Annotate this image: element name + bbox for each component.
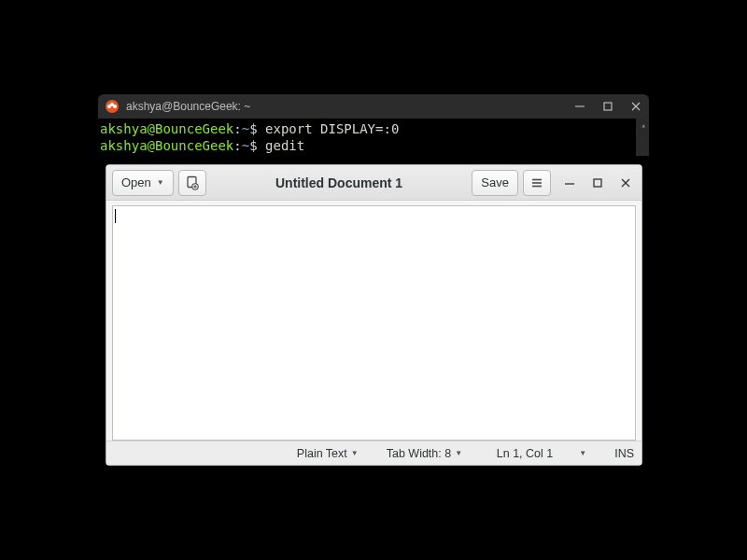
tab-width-selector[interactable]: Tab Width: 8 ▼ (381, 447, 468, 460)
minimize-icon[interactable] (563, 176, 576, 189)
insert-mode-label[interactable]: INS (614, 447, 634, 460)
document-title: Untitled Document 1 (211, 175, 468, 190)
close-icon[interactable] (630, 101, 641, 112)
text-cursor (115, 209, 116, 223)
terminal-line: akshya@BounceGeek:~$ export DISPLAY=:0 (98, 120, 649, 137)
chevron-down-icon[interactable]: ▼ (579, 449, 586, 457)
new-document-icon (185, 175, 200, 190)
terminal-line: akshya@BounceGeek:~$ gedit (98, 137, 649, 154)
terminal-window-controls (574, 101, 641, 112)
gedit-window: Open ▼ Untitled Document 1 Save (106, 164, 642, 466)
open-button-label: Open (121, 175, 151, 189)
terminal-window: akshya@BounceGeek: ~ akshya@BounceGeek:~… (98, 94, 649, 158)
scroll-up-icon[interactable]: ▴ (641, 120, 646, 132)
minimize-icon[interactable] (574, 101, 585, 112)
syntax-selector[interactable]: Plain Text ▼ (291, 447, 364, 460)
line-col-indicator[interactable]: Ln 1, Col 1 (491, 447, 558, 460)
gedit-headerbar: Open ▼ Untitled Document 1 Save (106, 165, 641, 201)
hamburger-icon (530, 176, 543, 189)
terminal-title: akshya@BounceGeek: ~ (126, 100, 574, 113)
save-button[interactable]: Save (472, 170, 518, 196)
open-button[interactable]: Open ▼ (112, 170, 174, 196)
hamburger-menu-button[interactable] (523, 170, 551, 196)
chevron-down-icon: ▼ (351, 449, 359, 457)
chevron-down-icon: ▼ (157, 178, 164, 187)
new-document-button[interactable] (178, 170, 206, 196)
chevron-down-icon: ▼ (455, 449, 462, 457)
terminal-titlebar[interactable]: akshya@BounceGeek: ~ (98, 94, 649, 119)
close-icon[interactable] (619, 176, 632, 189)
editor-area[interactable] (112, 205, 636, 441)
terminal-scrollbar[interactable]: ▴ (636, 119, 649, 156)
svg-rect-1 (604, 103, 612, 110)
save-button-label: Save (481, 175, 509, 189)
syntax-label: Plain Text (297, 447, 347, 460)
svg-rect-12 (594, 179, 601, 187)
status-bar: Plain Text ▼ Tab Width: 8 ▼ Ln 1, Col 1 … (106, 441, 641, 465)
maximize-icon[interactable] (591, 176, 604, 189)
line-col-label: Ln 1, Col 1 (497, 447, 553, 460)
maximize-icon[interactable] (602, 101, 613, 112)
terminal-body[interactable]: akshya@BounceGeek:~$ export DISPLAY=:0 a… (98, 119, 649, 156)
ubuntu-logo-icon (106, 100, 119, 113)
gedit-window-controls (563, 176, 632, 189)
tab-width-label: Tab Width: 8 (387, 447, 451, 460)
